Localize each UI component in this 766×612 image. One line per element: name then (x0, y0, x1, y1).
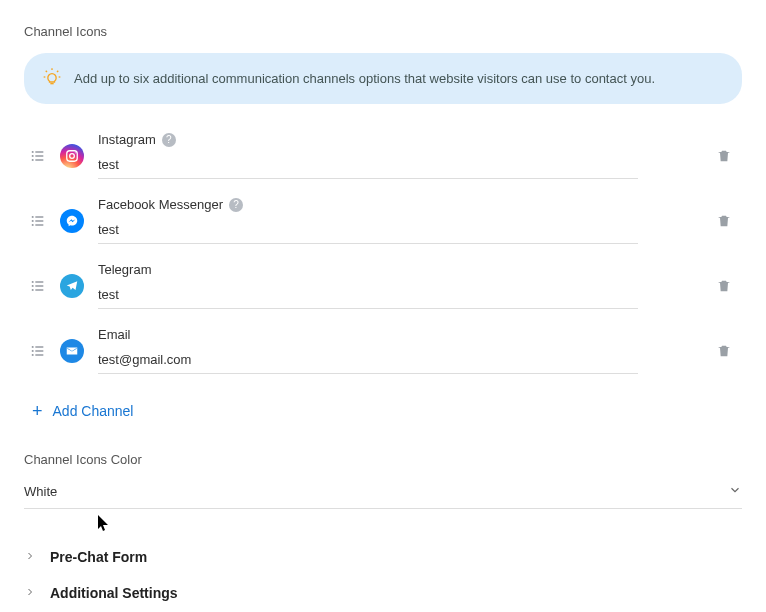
info-banner-text: Add up to six additional communication c… (74, 71, 655, 86)
channel-row-email: Email (24, 327, 742, 374)
svg-point-26 (32, 289, 33, 290)
channel-row-messenger: Facebook Messenger ? (24, 197, 742, 244)
chevron-right-icon (24, 586, 36, 601)
section-title: Channel Icons (24, 24, 742, 39)
svg-point-32 (32, 354, 33, 355)
svg-point-18 (32, 216, 33, 217)
color-value: White (24, 484, 57, 499)
channel-list: Instagram ? Facebook Messenger ? (24, 132, 742, 374)
channel-label: Facebook Messenger (98, 197, 223, 212)
channel-label: Instagram (98, 132, 156, 147)
svg-line-1 (46, 71, 47, 72)
drag-handle-icon[interactable] (30, 278, 46, 294)
svg-rect-12 (67, 150, 78, 161)
svg-point-14 (75, 152, 76, 153)
svg-point-25 (32, 285, 33, 286)
svg-point-13 (70, 153, 75, 158)
accordion-label: Additional Settings (50, 585, 178, 601)
add-channel-label: Add Channel (53, 403, 134, 419)
trash-icon[interactable] (712, 339, 736, 363)
accordion-prechat[interactable]: Pre-Chat Form (24, 539, 742, 575)
svg-point-20 (32, 224, 33, 225)
drag-handle-icon[interactable] (30, 213, 46, 229)
cursor-icon (97, 514, 111, 535)
svg-point-19 (32, 220, 33, 221)
accordion-additional[interactable]: Additional Settings (24, 575, 742, 611)
email-icon (60, 339, 84, 363)
accordion-label: Pre-Chat Form (50, 549, 147, 565)
help-icon[interactable]: ? (162, 133, 176, 147)
svg-point-31 (32, 350, 33, 351)
drag-handle-icon[interactable] (30, 343, 46, 359)
svg-line-2 (57, 71, 58, 72)
messenger-icon (60, 209, 84, 233)
help-icon[interactable]: ? (229, 198, 243, 212)
trash-icon[interactable] (712, 209, 736, 233)
color-label: Channel Icons Color (24, 452, 742, 467)
instagram-icon (60, 144, 84, 168)
channel-row-telegram: Telegram (24, 262, 742, 309)
chevron-down-icon (728, 483, 742, 500)
lightbulb-icon (42, 67, 62, 90)
add-channel-button[interactable]: + Add Channel (24, 396, 141, 426)
drag-handle-icon[interactable] (30, 148, 46, 164)
telegram-icon (60, 274, 84, 298)
trash-icon[interactable] (712, 274, 736, 298)
svg-point-30 (32, 346, 33, 347)
svg-point-11 (32, 159, 33, 160)
plus-icon: + (32, 402, 43, 420)
channel-input-telegram[interactable] (98, 283, 638, 309)
chevron-right-icon (24, 550, 36, 565)
channel-input-messenger[interactable] (98, 218, 638, 244)
trash-icon[interactable] (712, 144, 736, 168)
channel-label: Email (98, 327, 131, 342)
channel-label: Telegram (98, 262, 151, 277)
info-banner: Add up to six additional communication c… (24, 53, 742, 104)
svg-point-10 (32, 155, 33, 156)
channel-input-email[interactable] (98, 348, 638, 374)
channel-input-instagram[interactable] (98, 153, 638, 179)
color-select[interactable]: White (24, 477, 742, 509)
svg-point-9 (32, 151, 33, 152)
svg-point-24 (32, 281, 33, 282)
channel-row-instagram: Instagram ? (24, 132, 742, 179)
